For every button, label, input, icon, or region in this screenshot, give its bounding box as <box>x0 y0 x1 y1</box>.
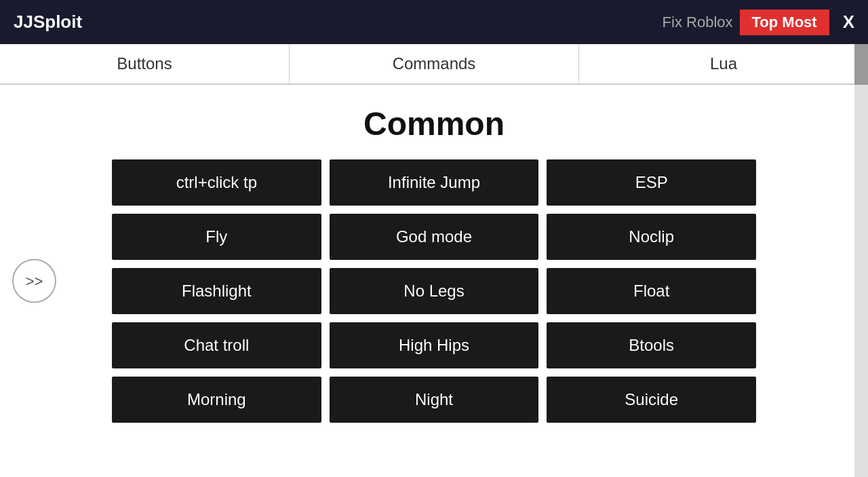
scrollbar[interactable] <box>854 44 868 477</box>
tab-buttons[interactable]: Buttons <box>0 44 290 83</box>
feature-button-btools[interactable]: Btools <box>547 322 756 368</box>
top-most-button[interactable]: Top Most <box>740 9 829 35</box>
tab-lua[interactable]: Lua <box>579 44 868 83</box>
feature-button-morning[interactable]: Morning <box>112 377 321 423</box>
feature-button-flashlight[interactable]: Flashlight <box>112 268 321 314</box>
feature-button-night[interactable]: Night <box>330 377 539 423</box>
scrollbar-thumb[interactable] <box>854 44 868 85</box>
feature-button-float[interactable]: Float <box>547 268 756 314</box>
feature-button-fly[interactable]: Fly <box>112 214 321 260</box>
feature-button-no-legs[interactable]: No Legs <box>330 268 539 314</box>
nav-arrow-button[interactable]: >> <box>12 259 56 303</box>
feature-button-esp[interactable]: ESP <box>547 159 756 206</box>
close-button[interactable]: X <box>843 12 854 33</box>
app-title: JJSploit <box>14 12 82 33</box>
fix-roblox-button[interactable]: Fix Roblox <box>663 14 733 31</box>
feature-button-ctrlclick-tp[interactable]: ctrl+click tp <box>112 159 321 206</box>
feature-button-god-mode[interactable]: God mode <box>330 214 539 260</box>
feature-button-grid: ctrl+click tpInfinite JumpESPFlyGod mode… <box>112 159 756 423</box>
main-content: >> Common ctrl+click tpInfinite JumpESPF… <box>0 85 868 477</box>
feature-button-chat-troll[interactable]: Chat troll <box>112 322 321 368</box>
title-bar: JJSploit Fix Roblox Top Most X <box>0 0 868 44</box>
feature-button-high-hips[interactable]: High Hips <box>330 322 539 368</box>
feature-button-noclip[interactable]: Noclip <box>547 214 756 260</box>
tab-commands[interactable]: Commands <box>290 44 579 83</box>
feature-button-suicide[interactable]: Suicide <box>547 377 756 423</box>
feature-button-infinite-jump[interactable]: Infinite Jump <box>330 159 539 206</box>
section-title: Common <box>81 105 787 142</box>
title-bar-actions: Fix Roblox Top Most X <box>663 9 854 35</box>
tab-bar: Buttons Commands Lua <box>0 44 868 85</box>
